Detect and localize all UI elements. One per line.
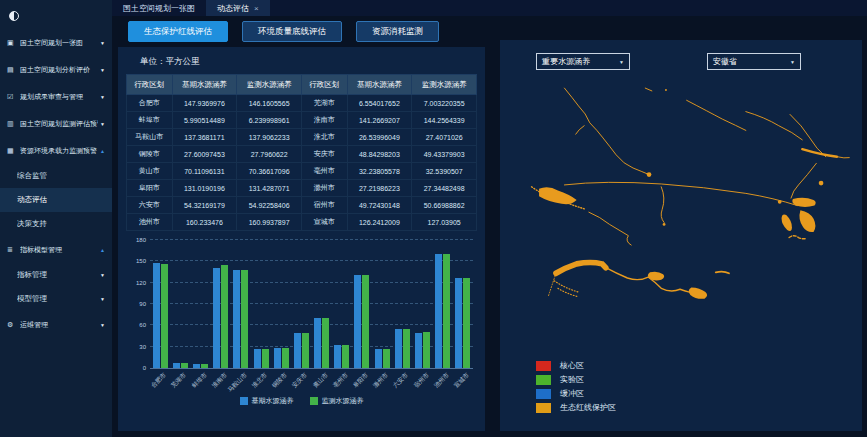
bar-segment[interactable]: [334, 345, 341, 368]
table-cell: 48.84298203: [347, 146, 412, 163]
sidebar-subitem[interactable]: 综合监管: [0, 164, 112, 188]
sidebar-item-label: 规划成果审查与管理: [20, 92, 98, 102]
toolbar-button[interactable]: 资源消耗监测: [356, 21, 439, 42]
bar-group: [231, 270, 251, 368]
map-legend-label: 实验区: [560, 374, 584, 385]
bar-segment[interactable]: [173, 363, 180, 368]
chart-bars: [150, 241, 473, 368]
table-cell: 安庆市: [302, 146, 348, 163]
chart-gridline: [150, 239, 473, 240]
bar-segment[interactable]: [201, 364, 208, 368]
tab[interactable]: 动态评估×: [206, 0, 270, 16]
bar-group: [433, 254, 453, 368]
table-cell: 32.23805578: [347, 163, 412, 180]
chevron-down-icon: ▼: [790, 59, 795, 65]
sidebar-subitem-label: 指标管理: [17, 270, 100, 280]
map-river-lines: [532, 88, 850, 297]
chevron-down-icon: ▼: [100, 296, 105, 302]
sidebar-item[interactable]: ☑规划成果审查与管理▼: [0, 83, 112, 110]
table-cell: 马鞍山市: [127, 129, 173, 146]
bar-segment[interactable]: [153, 263, 160, 368]
bar-segment[interactable]: [455, 278, 462, 368]
bar-group: [352, 275, 372, 368]
bar-segment[interactable]: [262, 349, 269, 368]
bar-segment[interactable]: [233, 270, 240, 368]
bar-segment[interactable]: [342, 345, 349, 368]
sidebar-subitem[interactable]: 指标管理▼: [0, 263, 112, 287]
tab-label: 国土空间规划一张图: [123, 3, 195, 14]
sidebar-subitem[interactable]: 决策支持: [0, 212, 112, 236]
bar-segment[interactable]: [302, 333, 309, 368]
bar-segment[interactable]: [294, 333, 301, 368]
bar-segment[interactable]: [193, 364, 200, 368]
bar-segment[interactable]: [463, 278, 470, 368]
sidebar-subitem[interactable]: 模型管理▼: [0, 287, 112, 311]
toolbar-button[interactable]: 生态保护红线评估: [128, 21, 228, 42]
chart-legend-item[interactable]: 监测水源涵养: [310, 396, 364, 406]
table-row: 铜陵市27.6009745327.7960622安庆市48.8429820349…: [127, 146, 477, 163]
collapse-sidebar-button[interactable]: [0, 0, 112, 29]
bar-segment[interactable]: [254, 349, 261, 368]
table-cell: 70.36617096: [237, 163, 302, 180]
bar-segment[interactable]: [375, 349, 382, 368]
table-cell: 131.0190196: [172, 180, 237, 197]
bar-segment[interactable]: [354, 275, 361, 368]
map-canvas[interactable]: [500, 74, 862, 356]
bar-segment[interactable]: [435, 254, 442, 368]
bar-segment[interactable]: [241, 270, 248, 368]
sidebar-subitem-label: 动态评估: [17, 195, 105, 205]
sidebar-item[interactable]: ▥国土空间规划监测评估预警▼: [0, 110, 112, 137]
table-cell: 铜陵市: [127, 146, 173, 163]
bar-segment[interactable]: [161, 264, 168, 368]
bar-segment[interactable]: [362, 275, 369, 368]
sidebar-subitem[interactable]: 动态评估: [0, 188, 112, 212]
data-table: 行政区划基期水源涵养监测水源涵养行政区划基期水源涵养监测水源涵养 合肥市147.…: [126, 74, 477, 231]
column-header: 行政区划: [302, 75, 348, 95]
chevron-down-icon: ▼: [100, 94, 105, 100]
bar-segment[interactable]: [403, 329, 410, 368]
bar-segment[interactable]: [274, 348, 281, 368]
sidebar-subitem-label: 决策支持: [17, 219, 105, 229]
table-cell: 阜阳市: [127, 180, 173, 197]
y-axis-label: 30: [128, 344, 146, 350]
bar-segment[interactable]: [221, 265, 228, 368]
column-header: 基期水源涵养: [347, 75, 412, 95]
map-filter-select[interactable]: 安徽省▼: [707, 53, 801, 70]
bar-segment[interactable]: [423, 332, 430, 368]
map-filter-select[interactable]: 重要水源涵养▼: [536, 53, 630, 70]
bar-segment[interactable]: [314, 318, 321, 368]
bar-segment[interactable]: [383, 349, 390, 368]
close-icon[interactable]: ×: [254, 4, 259, 13]
bar-group: [211, 265, 231, 368]
map-legend-swatch: [536, 361, 551, 371]
sidebar-item[interactable]: ▦资源环境承载力监测预警▲: [0, 137, 112, 164]
bar-segment[interactable]: [213, 268, 220, 368]
table-cell: 147.9369976: [172, 95, 237, 112]
bar-segment[interactable]: [181, 363, 188, 368]
bar-segment[interactable]: [395, 329, 402, 368]
sidebar-item[interactable]: ▣国土空间规划一张图▼: [0, 29, 112, 56]
map-legend-item: 核心区: [536, 360, 616, 371]
table-cell: 49.72430148: [347, 197, 412, 214]
sidebar-item[interactable]: ⚙运维管理▼: [0, 311, 112, 338]
bar-segment[interactable]: [443, 254, 450, 368]
bar-segment[interactable]: [322, 318, 329, 368]
table-cell: 6.554017652: [347, 95, 412, 112]
x-axis-label: 亳州市: [332, 369, 352, 395]
map-legend-label: 核心区: [560, 360, 584, 371]
table-row: 六安市54.3216917954.92258406宿州市49.724301485…: [127, 197, 477, 214]
tab-label: 动态评估: [217, 3, 249, 14]
sidebar-item[interactable]: ≣指标模型管理▲: [0, 236, 112, 263]
bar-segment[interactable]: [415, 333, 422, 368]
chart-legend: 基期水源涵养监测水源涵养: [126, 396, 477, 406]
chart-legend-item[interactable]: 基期水源涵养: [240, 396, 294, 406]
toolbar-button[interactable]: 环境质量底线评估: [242, 21, 342, 42]
table-cell: 160.9937897: [237, 214, 302, 231]
sidebar-item[interactable]: ▤国土空间规划分析评价▼: [0, 56, 112, 83]
table-row: 合肥市147.9369976146.1605565芜湖市6.5540176527…: [127, 95, 477, 112]
x-axis-label: 铜陵市: [271, 369, 291, 395]
table-row: 蚌埠市5.9905144896.239998961淮南市141.26692071…: [127, 112, 477, 129]
bar-segment[interactable]: [282, 348, 289, 368]
tab[interactable]: 国土空间规划一张图: [112, 0, 206, 16]
sidebar-item-label: 资源环境承载力监测预警: [20, 146, 98, 156]
